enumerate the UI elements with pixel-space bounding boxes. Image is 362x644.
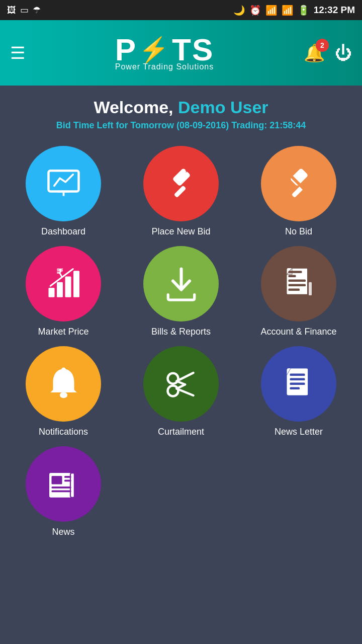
grid-item-place-new-bid[interactable]: ★ ★ ★ Place New Bid [125,146,237,237]
account-finance-label: Account & Finance [260,327,336,337]
grid-item-no-bid[interactable]: No Bid [242,146,355,237]
dashboard-label: Dashboard [41,226,85,237]
bid-countdown: 21:58:44 [269,120,306,130]
svg-rect-19 [288,288,300,291]
bills-reports-label: Bills & Reports [151,327,211,337]
svg-line-30 [176,384,185,388]
logo-area: P ⚡ TS Power Trading Solutions [115,34,214,71]
logo-subtitle: Power Trading Solutions [115,62,214,71]
svg-rect-12 [57,282,63,297]
app-header: ☰ P ⚡ TS Power Trading Solutions 🔔 2 ⏻ [0,20,362,86]
svg-rect-33 [290,378,305,380]
svg-rect-32 [290,373,305,376]
svg-rect-13 [65,276,71,297]
svg-rect-39 [51,490,71,492]
curtailment-label: Curtailment [158,427,204,437]
news-label: News [52,527,74,537]
grid-item-news-letter[interactable]: News Letter [242,346,355,437]
svg-rect-21 [288,275,296,277]
svg-line-27 [176,373,193,381]
svg-rect-3 [173,185,186,198]
bid-time: Bid Time Left for Tomorrow (08-09-2016) … [10,120,352,131]
battery-icon: 🔋 [298,5,310,16]
status-right-info: 🌙 ⏰ 📶 📶 🔋 12:32 PM [233,5,355,16]
notifications-label: Notifications [39,427,88,437]
account-finance-icon-circle [261,246,336,321]
notification-badge: 2 [316,39,329,52]
svg-rect-22 [309,282,312,295]
grid-item-market-price[interactable]: ₹ Market Price [7,246,120,337]
grid-item-notifications[interactable]: Notifications [7,346,120,437]
svg-rect-17 [288,279,306,282]
status-bar: 🖼 ▭ ☂ 🌙 ⏰ 📶 📶 🔋 12:32 PM [0,0,362,20]
place-new-bid-label: Place New Bid [151,226,210,237]
clock: 12:32 PM [314,5,355,16]
svg-rect-34 [290,382,305,385]
svg-rect-14 [73,271,79,297]
market-price-label: Market Price [38,327,88,337]
account-finance-icon [280,265,318,303]
notifications-icon-circle [26,346,101,422]
notifications-icon [45,365,82,403]
grid-item-news[interactable]: News [7,446,120,537]
lightning-icon: ⚡ [139,38,170,62]
layers-icon: ▭ [20,5,29,16]
svg-point-24 [61,367,66,372]
news-icon-circle [26,446,101,522]
signal-icon: 📶 [282,5,294,16]
svg-text:★: ★ [184,168,189,174]
menu-button[interactable]: ☰ [10,43,25,63]
no-bid-icon [280,165,318,203]
no-bid-icon-circle [261,146,336,221]
news-letter-icon [280,365,318,403]
main-grid: Dashboard ★ ★ ★ Place New Bid No Bid [0,136,362,547]
moon-icon: 🌙 [233,5,245,16]
place-new-bid-icon: ★ ★ ★ [162,165,200,203]
news-icon [45,465,82,503]
svg-rect-37 [51,476,62,485]
market-price-icon-circle: ₹ [26,246,101,321]
bills-reports-icon [162,265,200,303]
status-left-icons: 🖼 ▭ ☂ [7,5,41,16]
logo-text: P ⚡ TS [115,34,214,65]
username-highlight: Demo User [178,98,268,117]
curtailment-icon [162,365,200,403]
welcome-section: Welcome, Demo User Bid Time Left for Tom… [0,86,362,136]
bills-reports-icon-circle [143,246,219,321]
grid-item-account-finance[interactable]: Account & Finance [242,246,355,337]
dashboard-icon [45,165,82,203]
no-bid-label: No Bid [285,226,312,237]
alarm-icon: ⏰ [249,5,261,16]
logo-ts: TS [172,34,214,65]
svg-point-23 [60,392,67,398]
welcome-title: Welcome, Demo User [10,98,352,117]
svg-rect-11 [48,288,54,297]
svg-text:★: ★ [177,167,182,172]
svg-text:★: ★ [170,170,176,177]
bid-label: Bid Time Left for Tomorrow (08-09-2016) … [56,120,267,130]
photo-icon: 🖼 [7,5,16,16]
place-new-bid-icon-circle: ★ ★ ★ [143,146,219,221]
dashboard-icon-circle [26,146,101,221]
curtailment-icon-circle [143,346,219,422]
grid-item-dashboard[interactable]: Dashboard [7,146,120,237]
market-price-icon: ₹ [45,265,82,303]
welcome-prefix: Welcome, [94,98,173,117]
svg-text:₹: ₹ [56,267,63,278]
svg-rect-31 [287,368,308,395]
svg-rect-38 [51,487,71,489]
grid-item-curtailment[interactable]: Curtailment [125,346,237,437]
news-letter-label: News Letter [275,427,323,437]
svg-rect-18 [288,284,306,286]
svg-point-26 [167,385,178,396]
bell-wrapper[interactable]: 🔔 2 [304,43,325,63]
grid-item-bills-reports[interactable]: Bills & Reports [125,246,237,337]
power-button[interactable]: ⏻ [335,43,352,63]
umbrella-icon: ☂ [33,5,41,16]
news-letter-icon-circle [261,346,336,422]
logo-p: P [115,34,137,65]
svg-rect-35 [290,387,300,389]
svg-rect-20 [288,271,302,273]
wifi-icon: 📶 [265,5,278,16]
header-actions: 🔔 2 ⏻ [304,43,352,63]
